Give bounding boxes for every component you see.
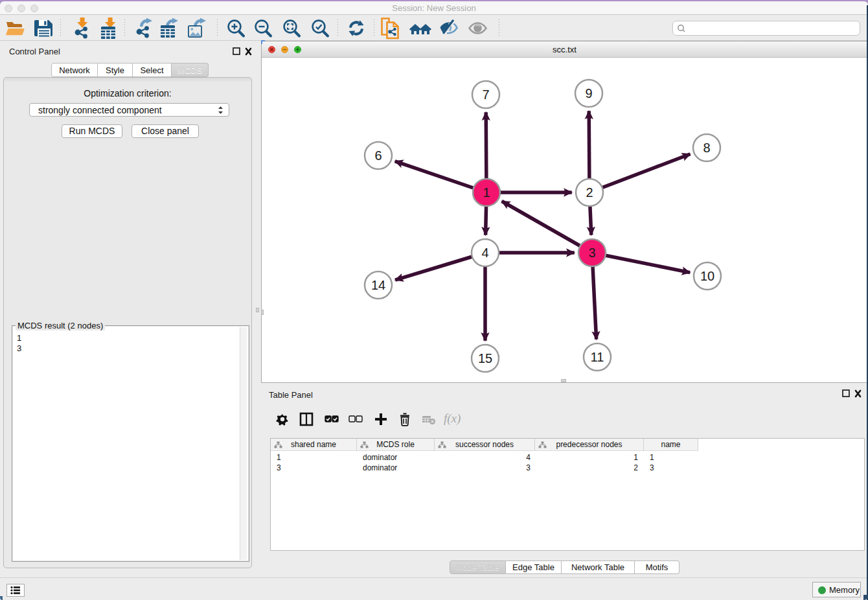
svg-text:4: 4 <box>481 246 488 260</box>
svg-text:7: 7 <box>482 87 489 102</box>
svg-text:1: 1 <box>483 185 490 200</box>
svg-text:3: 3 <box>588 246 595 260</box>
svg-text:15: 15 <box>478 351 492 365</box>
svg-text:9: 9 <box>585 86 592 100</box>
svg-text:14: 14 <box>371 278 385 292</box>
svg-text:11: 11 <box>591 350 604 364</box>
svg-text:10: 10 <box>700 269 714 283</box>
svg-text:f(x): f(x) <box>444 412 461 426</box>
svg-text:8: 8 <box>703 141 710 155</box>
svg-text:6: 6 <box>374 148 382 163</box>
svg-text:2: 2 <box>586 185 593 200</box>
